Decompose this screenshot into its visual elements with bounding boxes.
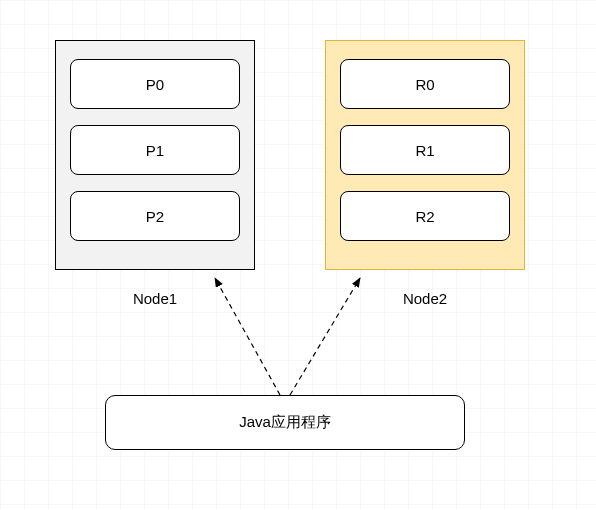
slot-label: P1 bbox=[146, 142, 164, 159]
slot-label: R2 bbox=[415, 208, 434, 225]
node2-slot: R1 bbox=[340, 125, 510, 175]
node1-slot: P2 bbox=[70, 191, 240, 241]
node1-label: Node1 bbox=[95, 290, 215, 307]
node2-slot: R0 bbox=[340, 59, 510, 109]
slot-label: P2 bbox=[146, 208, 164, 225]
slot-label: R1 bbox=[415, 142, 434, 159]
arrow-to-node2 bbox=[290, 278, 360, 395]
node1-container: P0 P1 P2 bbox=[55, 40, 255, 270]
node2-label: Node2 bbox=[365, 290, 485, 307]
node1-slot: P0 bbox=[70, 59, 240, 109]
app-box: Java应用程序 bbox=[105, 395, 465, 450]
slot-label: P0 bbox=[146, 76, 164, 93]
arrow-to-node1 bbox=[215, 278, 280, 395]
app-label: Java应用程序 bbox=[239, 413, 331, 432]
slot-label: R0 bbox=[415, 76, 434, 93]
node1-slot: P1 bbox=[70, 125, 240, 175]
node2-container: R0 R1 R2 bbox=[325, 40, 525, 270]
node2-slot: R2 bbox=[340, 191, 510, 241]
